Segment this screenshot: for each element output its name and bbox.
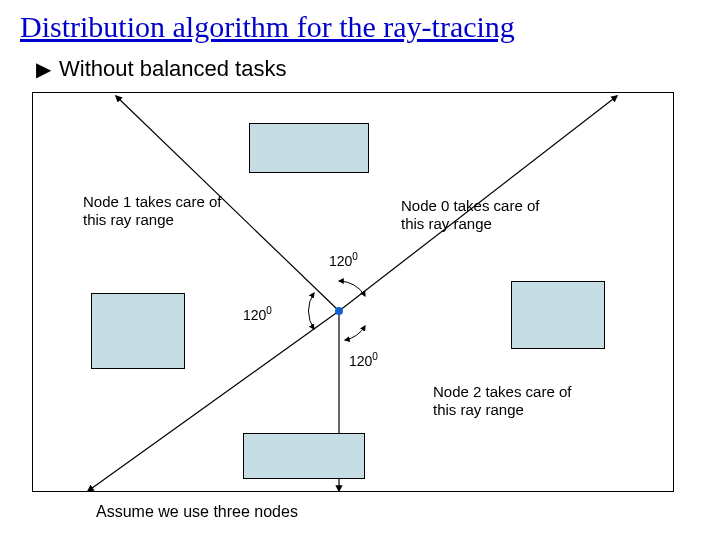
- obstacle-bottom: [243, 433, 365, 479]
- bullet-arrow-icon: ▶: [36, 57, 51, 81]
- label-node0-line2: this ray range: [401, 215, 492, 232]
- bullet-text: Without balanced tasks: [59, 56, 286, 82]
- angle-label-top: 1200: [329, 251, 358, 269]
- caption: Assume we use three nodes: [96, 503, 298, 521]
- angle-sup-top: 0: [352, 251, 358, 262]
- page-title: Distribution algorithm for the ray-traci…: [20, 10, 515, 44]
- label-node2-line1: Node 2 takes care of: [433, 383, 571, 400]
- label-node1: Node 1 takes care of this ray range: [83, 193, 221, 229]
- label-node2-line2: this ray range: [433, 401, 524, 418]
- label-node1-line2: this ray range: [83, 211, 174, 228]
- svg-point-4: [335, 307, 343, 315]
- label-node2: Node 2 takes care of this ray range: [433, 383, 571, 419]
- angle-value-left: 120: [243, 307, 266, 323]
- label-node0-line1: Node 0 takes care of: [401, 197, 539, 214]
- angle-sup-bottom: 0: [372, 351, 378, 362]
- obstacle-left: [91, 293, 185, 369]
- angle-label-left: 1200: [243, 305, 272, 323]
- angle-label-bottom: 1200: [349, 351, 378, 369]
- angle-sup-left: 0: [266, 305, 272, 316]
- obstacle-top: [249, 123, 369, 173]
- bullet-row: ▶ Without balanced tasks: [36, 56, 286, 82]
- label-node0: Node 0 takes care of this ray range: [401, 197, 539, 233]
- angle-value-top: 120: [329, 253, 352, 269]
- label-node1-line1: Node 1 takes care of: [83, 193, 221, 210]
- angle-value-bottom: 120: [349, 353, 372, 369]
- diagram-container: Node 1 takes care of this ray range Node…: [32, 92, 674, 492]
- obstacle-right: [511, 281, 605, 349]
